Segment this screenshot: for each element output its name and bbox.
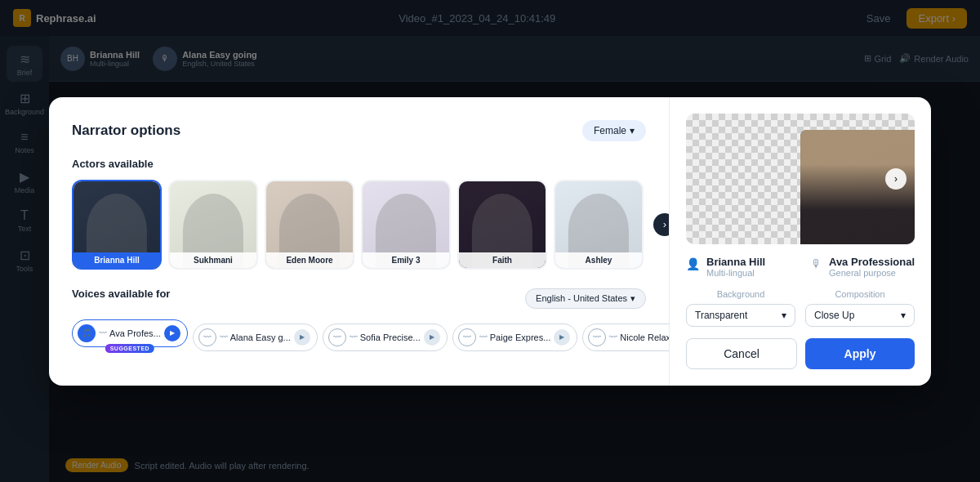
- actor-preview-image: ›: [686, 114, 915, 244]
- preview-next-button[interactable]: ›: [885, 168, 906, 190]
- voice-name-alana: Alana Easy g...: [230, 332, 291, 342]
- voice-name-nicole: Nicole Relax...: [620, 332, 670, 342]
- voice-wave-nicole: 〰: [609, 332, 617, 341]
- background-chevron-icon: ▾: [782, 310, 786, 321]
- voices-row: 🎵 〰 Ava Profes... ▶ SUGGESTED 〰 〰 Alana …: [72, 319, 646, 355]
- voice-chip-paige[interactable]: 〰 〰 Paige Expres... ▶: [452, 324, 578, 351]
- voice-play-sofia[interactable]: ▶: [424, 329, 440, 346]
- voice-wave-alana: 〰: [220, 332, 227, 341]
- composition-value: Close Up: [814, 310, 854, 321]
- actors-row: Brianna Hill Sukhmani Eden Moore: [72, 180, 646, 270]
- actor-card-faith[interactable]: Faith: [457, 180, 547, 270]
- modal-actions: Cancel Apply: [686, 338, 915, 369]
- modal-left-panel: Narrator options Female ▾ Actors availab…: [49, 97, 670, 386]
- actor-person-icon: 👤: [686, 257, 700, 270]
- composition-select[interactable]: Close Up ▾: [805, 304, 915, 327]
- actor-detail-sub: Multi-lingual: [706, 268, 765, 278]
- apply-button[interactable]: Apply: [805, 338, 915, 369]
- voice-icon-sofia: 〰: [328, 328, 346, 346]
- voice-chip-ava[interactable]: 🎵 〰 Ava Profes... ▶ SUGGESTED: [72, 319, 188, 347]
- modal-right-panel: › 👤 Brianna Hill Multi-lingual 🎙 Ava Pro…: [670, 97, 931, 386]
- panel-header: Narrator options Female ▾: [72, 120, 646, 141]
- voice-name-paige: Paige Expres...: [490, 332, 551, 342]
- chevron-right-icon: ›: [663, 218, 666, 230]
- voice-chip-sofia[interactable]: 〰 〰 Sofia Precise... ▶: [323, 324, 448, 351]
- modal-overlay: Narrator options Female ▾ Actors availab…: [0, 0, 980, 482]
- voice-person-icon: 🎙: [811, 257, 822, 270]
- actor-name-emily: Emily 3: [363, 252, 449, 268]
- language-filter-button[interactable]: English - United States ▾: [525, 288, 646, 309]
- actor-name-brianna: Brianna Hill: [74, 252, 160, 268]
- voice-name-detail: Ava Professional General purpose: [829, 256, 915, 278]
- voice-icon-nicole: 〰: [588, 328, 606, 346]
- actor-detail-identity: 👤 Brianna Hill Multi-lingual: [686, 256, 765, 278]
- voice-chip-nicole[interactable]: 〰 〰 Nicole Relax... ▶: [582, 324, 670, 351]
- voice-detail-sub: General purpose: [829, 268, 915, 278]
- actors-next-button[interactable]: ›: [653, 213, 670, 236]
- background-label: Background: [686, 289, 795, 299]
- voice-name-sofia: Sofia Precise...: [360, 332, 421, 342]
- chevron-down-icon: ▾: [630, 293, 635, 304]
- voice-wave-ava: 〰: [99, 328, 106, 337]
- voice-wave-sofia: 〰: [350, 332, 357, 341]
- voices-header: Voices available for English - United St…: [72, 288, 646, 310]
- composition-setting: Composition Close Up ▾: [805, 289, 915, 327]
- preview-next-icon: ›: [894, 173, 898, 185]
- actors-section-label: Actors available: [72, 158, 646, 170]
- narrator-options-title: Narrator options: [72, 123, 180, 139]
- actor-card-eden[interactable]: Eden Moore: [265, 180, 354, 270]
- voice-icon-paige: 〰: [458, 328, 476, 346]
- actor-card-emily[interactable]: Emily 3: [361, 180, 451, 270]
- voice-icon-ava: 🎵: [78, 324, 96, 342]
- actor-card-ashley[interactable]: Ashley: [554, 180, 644, 270]
- background-select[interactable]: Transparent ▾: [686, 304, 795, 327]
- actor-name-eden: Eden Moore: [266, 252, 353, 268]
- settings-row: Background Transparent ▾ Composition Clo…: [686, 289, 915, 327]
- suggested-badge-ava: SUGGESTED: [105, 344, 154, 353]
- voice-chip-alana[interactable]: 〰 〰 Alana Easy g... ▶: [193, 324, 318, 351]
- actor-detail-name: Brianna Hill: [706, 256, 765, 268]
- cancel-button[interactable]: Cancel: [686, 338, 797, 369]
- background-value: Transparent: [695, 310, 747, 321]
- actor-card-sukhmani[interactable]: Sukhmani: [168, 180, 258, 270]
- composition-chevron-icon: ▾: [901, 310, 906, 321]
- actor-detail-voice: 🎙 Ava Professional General purpose: [811, 256, 915, 278]
- actor-details-row: 👤 Brianna Hill Multi-lingual 🎙 Ava Profe…: [686, 256, 915, 278]
- voice-name-ava: Ava Profes...: [109, 328, 161, 338]
- gender-filter-button[interactable]: Female ▾: [582, 120, 646, 141]
- actor-name-detail: Brianna Hill Multi-lingual: [706, 256, 765, 278]
- voice-detail-name: Ava Professional: [829, 256, 915, 268]
- composition-label: Composition: [805, 289, 915, 299]
- voices-section-label: Voices available for: [72, 288, 170, 300]
- actor-card-brianna[interactable]: Brianna Hill: [72, 180, 162, 270]
- language-label: English - United States: [536, 293, 627, 303]
- actor-name-ashley: Ashley: [555, 252, 642, 268]
- actor-name-sukhmani: Sukhmani: [170, 252, 256, 268]
- voice-play-ava[interactable]: ▶: [164, 325, 180, 341]
- voice-wave-paige: 〰: [479, 332, 487, 341]
- narrator-options-modal: Narrator options Female ▾ Actors availab…: [49, 97, 931, 386]
- actor-name-faith: Faith: [459, 252, 546, 268]
- background-setting: Background Transparent ▾: [686, 289, 795, 327]
- chevron-down-icon: ▾: [630, 125, 635, 136]
- voice-play-paige[interactable]: ▶: [554, 329, 570, 346]
- voice-icon-alana: 〰: [198, 328, 216, 346]
- voice-play-alana[interactable]: ▶: [294, 329, 310, 346]
- gender-label: Female: [594, 125, 626, 136]
